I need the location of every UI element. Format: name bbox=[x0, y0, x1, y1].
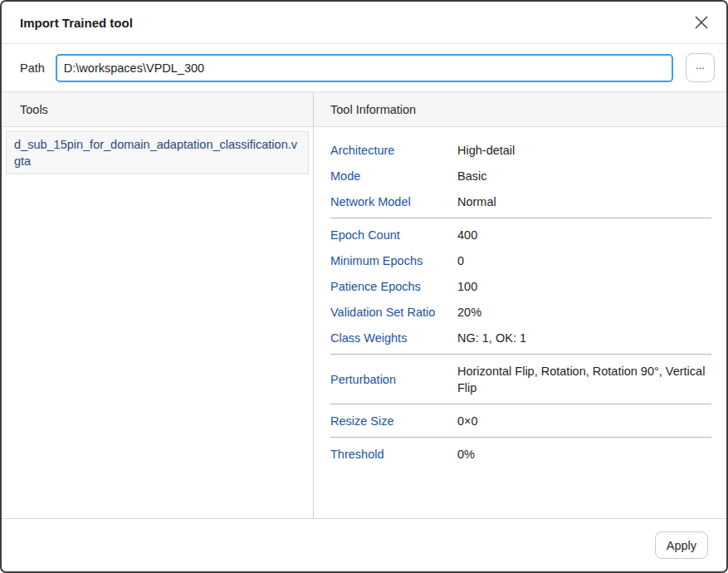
group-divider bbox=[330, 404, 711, 404]
tool-information-panel: Tool Information ArchitectureHigh-detail… bbox=[314, 92, 726, 518]
info-row: Epoch Count400 bbox=[330, 222, 711, 247]
info-row: Minimum Epochs0 bbox=[330, 247, 711, 273]
info-label: Patience Epochs bbox=[330, 278, 457, 295]
info-label: Epoch Count bbox=[330, 227, 457, 243]
info-row: ArchitectureHigh-detail bbox=[330, 137, 711, 163]
import-trained-tool-dialog: Import Trained tool Path ... Tools d_sub… bbox=[0, 0, 728, 573]
tool-information-title: Tool Information bbox=[330, 103, 416, 116]
tool-information-header: Tool Information bbox=[314, 92, 726, 127]
info-row: Validation Set Ratio20% bbox=[330, 299, 711, 325]
path-label: Path bbox=[20, 61, 45, 75]
dialog-footer: Apply bbox=[2, 518, 726, 571]
tools-panel: Tools d_sub_15pin_for_domain_adaptation_… bbox=[2, 92, 314, 518]
info-value: 400 bbox=[457, 227, 711, 243]
info-row: Resize Size0×0 bbox=[330, 408, 711, 433]
info-value: High-detail bbox=[457, 142, 711, 159]
info-row: Network ModelNormal bbox=[330, 189, 711, 214]
info-value: 100 bbox=[457, 278, 711, 295]
tool-info-table: ArchitectureHigh-detailModeBasicNetwork … bbox=[314, 127, 726, 518]
tools-panel-header: Tools bbox=[2, 92, 313, 127]
info-label: Validation Set Ratio bbox=[330, 304, 457, 321]
titlebar: Import Trained tool bbox=[2, 2, 726, 44]
dialog-body: Tools d_sub_15pin_for_domain_adaptation_… bbox=[2, 92, 726, 518]
info-label: Threshold bbox=[330, 446, 457, 463]
info-row: Patience Epochs100 bbox=[330, 273, 711, 299]
info-label: Architecture bbox=[330, 142, 457, 159]
close-icon bbox=[693, 14, 710, 31]
path-input[interactable] bbox=[56, 54, 673, 82]
info-value: 0% bbox=[457, 446, 711, 463]
info-value: Normal bbox=[457, 193, 711, 210]
info-label: Perturbation bbox=[330, 371, 457, 388]
group-divider bbox=[330, 354, 711, 355]
dialog-title: Import Trained tool bbox=[20, 16, 690, 30]
browse-button[interactable]: ... bbox=[686, 53, 715, 82]
group-divider bbox=[330, 437, 711, 438]
info-label: Resize Size bbox=[330, 413, 457, 429]
info-value: 0 bbox=[457, 252, 711, 269]
info-row: Threshold0% bbox=[330, 441, 711, 467]
apply-button[interactable]: Apply bbox=[655, 531, 708, 559]
info-row: ModeBasic bbox=[330, 163, 711, 189]
group-divider bbox=[330, 218, 711, 218]
tools-panel-title: Tools bbox=[20, 103, 48, 116]
info-label: Network Model bbox=[330, 193, 457, 210]
info-value: Basic bbox=[457, 168, 711, 184]
info-value: 0×0 bbox=[457, 413, 711, 429]
tools-list: d_sub_15pin_for_domain_adaptation_classi… bbox=[2, 127, 313, 518]
info-value: Horizontal Flip, Rotation, Rotation 90°,… bbox=[457, 363, 711, 396]
info-row: Class WeightsNG: 1, OK: 1 bbox=[330, 325, 711, 350]
info-value: NG: 1, OK: 1 bbox=[457, 330, 711, 346]
info-label: Minimum Epochs bbox=[330, 252, 457, 269]
info-value: 20% bbox=[457, 304, 711, 321]
path-row: Path ... bbox=[2, 44, 726, 92]
close-button[interactable] bbox=[690, 11, 713, 34]
info-row: PerturbationHorizontal Flip, Rotation, R… bbox=[330, 358, 711, 400]
tool-list-item[interactable]: d_sub_15pin_for_domain_adaptation_classi… bbox=[6, 131, 309, 174]
info-label: Class Weights bbox=[330, 330, 457, 346]
info-label: Mode bbox=[330, 168, 457, 184]
